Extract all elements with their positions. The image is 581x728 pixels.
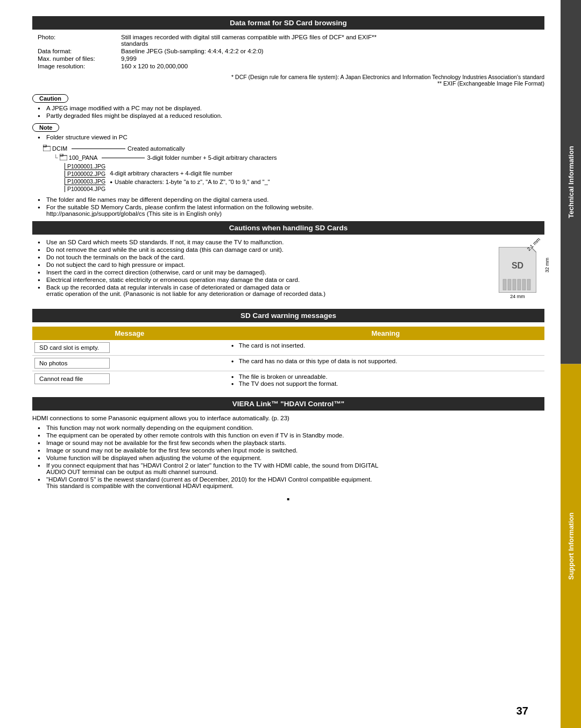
image-res-label: Image resolution: bbox=[38, 63, 121, 69]
file-structure: P1000001.JPG P1000002.JPG P1000003.JPG P… bbox=[65, 163, 544, 192]
col-meaning: Meaning bbox=[227, 327, 544, 340]
sd-card-diagram: 2.1 mm SD bbox=[491, 239, 544, 301]
folder-note-item: For the suitable SD Memory Cards, please… bbox=[38, 204, 544, 217]
file-note2: Usable characters: 1-byte "a to z", "A t… bbox=[115, 179, 270, 185]
bullet-icon: ● bbox=[110, 180, 112, 185]
dcim-note: Created automatically bbox=[127, 145, 185, 152]
footnote1: * DCF (Design rule for camera file syste… bbox=[32, 74, 544, 80]
meaning-cell-1: The card is not inserted. bbox=[227, 340, 544, 356]
svg-rect-4 bbox=[503, 279, 506, 290]
note-section: Note Folder structure viewed in PC bbox=[32, 123, 544, 140]
data-format-row: Data format: Baseline JPEG (Sub-sampling… bbox=[38, 48, 544, 54]
meaning-list-1: The card is not inserted. bbox=[231, 342, 540, 349]
sd-warning-section: SD Card warning messages Message Meaning… bbox=[32, 309, 544, 390]
svg-rect-7 bbox=[518, 279, 521, 290]
viera-item: "HDAVI Control 5" is the newest standard… bbox=[38, 476, 544, 489]
meaning-cell-3: The file is broken or unreadable. The TV… bbox=[227, 371, 544, 390]
sidebar-support-label: Support Information bbox=[561, 364, 581, 729]
handling-item: Use an SD Card which meets SD standards.… bbox=[38, 239, 485, 245]
max-files-row: Max. number of files: 9,999 bbox=[38, 55, 544, 62]
page-number: 37 bbox=[516, 705, 528, 717]
file-item: P1000003.JPG bbox=[65, 178, 105, 185]
file-item: P1000004.JPG bbox=[65, 186, 105, 192]
handling-item: Back up the recorded data at regular int… bbox=[38, 284, 485, 297]
file-notes: 4-digit arbitrary characters + 4-digit f… bbox=[110, 163, 270, 192]
viera-item: This function may not work normally depe… bbox=[38, 425, 544, 431]
warning-row-2: No photos The card has no data or this t… bbox=[32, 356, 544, 371]
photo-row: Photo: Still images recorded with digita… bbox=[38, 34, 544, 47]
max-files-label: Max. number of files: bbox=[38, 55, 121, 62]
cautions-handling-section: Cautions when handling SD Cards Use an S… bbox=[32, 221, 544, 301]
viera-intro: HDMI connections to some Panasonic equip… bbox=[32, 415, 544, 421]
svg-text:SD: SD bbox=[512, 261, 523, 270]
message-box-2: No photos bbox=[34, 358, 110, 369]
cautions-handling-text: Use an SD Card which meets SD standards.… bbox=[32, 239, 485, 301]
file-item: P1000002.JPG bbox=[65, 171, 105, 178]
file-note1: 4-digit arbitrary characters + 4-digit f… bbox=[110, 170, 270, 176]
svg-rect-5 bbox=[508, 279, 511, 290]
meaning-item: The card has no data or this type of dat… bbox=[231, 358, 540, 364]
meaning-item: The card is not inserted. bbox=[231, 342, 540, 349]
message-cell-3: Cannot read file bbox=[32, 371, 227, 390]
meaning-list-3: The file is broken or unreadable. The TV… bbox=[231, 373, 540, 387]
svg-rect-9 bbox=[527, 279, 530, 290]
warning-table-header-row: Message Meaning bbox=[32, 327, 544, 340]
svg-rect-6 bbox=[513, 279, 516, 290]
handling-item: Do not subject the card to high pressure… bbox=[38, 261, 485, 268]
viera-header: VIERA Link™ "HDAVI Control™" bbox=[32, 397, 544, 411]
footnote2: ** EXIF (Exchangeable Image File Format) bbox=[32, 80, 544, 87]
data-format-section: Data format for SD Card browsing Photo: … bbox=[32, 16, 544, 87]
message-box-3: Cannot read file bbox=[34, 373, 110, 384]
cautions-handling-header: Cautions when handling SD Cards bbox=[32, 221, 544, 235]
photo-value: Still images recorded with digital still… bbox=[121, 34, 377, 47]
center-dot: ■ bbox=[32, 497, 544, 501]
pana-note: 3-digit folder number + 5-digit arbitrar… bbox=[147, 154, 277, 161]
folder-icon-dcim bbox=[43, 145, 51, 152]
col-message: Message bbox=[32, 327, 227, 340]
dim-width-label: 24 mm bbox=[510, 294, 525, 299]
data-format-header: Data format for SD Card browsing bbox=[32, 16, 544, 30]
meaning-item: The file is broken or unreadable. bbox=[231, 373, 540, 380]
svg-rect-8 bbox=[522, 279, 526, 290]
max-files-value: 9,999 bbox=[121, 55, 137, 62]
meaning-cell-2: The card has no data or this type of dat… bbox=[227, 356, 544, 371]
sd-card-svg: SD bbox=[499, 247, 536, 293]
handling-item: Insert the card in the correct direction… bbox=[38, 269, 485, 275]
meaning-list-2: The card has no data or this type of dat… bbox=[231, 358, 540, 364]
dcim-label: DCIM bbox=[52, 145, 67, 152]
data-format-label: Data format: bbox=[38, 48, 121, 54]
viera-item: Image or sound may not be available for … bbox=[38, 447, 544, 454]
caution-label: Caution bbox=[32, 94, 68, 103]
file-item: P1000001.JPG bbox=[65, 163, 105, 170]
handling-item: Do not touch the terminals on the back o… bbox=[38, 254, 485, 260]
viera-item: The equipment can be operated by other r… bbox=[38, 432, 544, 439]
note-label: Note bbox=[32, 123, 59, 132]
handling-item: Do not remove the card while the unit is… bbox=[38, 246, 485, 253]
folder-structure: DCIM Created automatically └ 100_PANA 3-… bbox=[43, 145, 544, 192]
cautions-handling-list: Use an SD Card which meets SD standards.… bbox=[38, 239, 485, 297]
pana-label: 100_PANA bbox=[69, 154, 98, 161]
file-note2-container: ● Usable characters: 1-byte "a to z", "A… bbox=[110, 179, 270, 185]
folder-icon-pana bbox=[60, 154, 67, 161]
photo-label: Photo: bbox=[38, 34, 121, 47]
note-list: Folder structure viewed in PC bbox=[38, 134, 544, 140]
right-sidebar: Technical Information Support Informatio… bbox=[561, 0, 581, 728]
viera-section: VIERA Link™ "HDAVI Control™" HDMI connec… bbox=[32, 397, 544, 489]
sidebar-technical-label: Technical Information bbox=[561, 0, 581, 364]
folder-notes-list: The folder and file names may be differe… bbox=[38, 196, 544, 217]
caution-section: Caution A JPEG image modified with a PC … bbox=[32, 94, 544, 119]
dim-height-label: 32 mm bbox=[544, 258, 550, 273]
viera-item: If you connect equipment that has "HDAVI… bbox=[38, 462, 544, 475]
image-res-value: 160 x 120 to 20,000,000 bbox=[121, 63, 188, 69]
handling-item: Electrical interference, static electric… bbox=[38, 277, 485, 283]
meaning-item: The TV does not support the format. bbox=[231, 380, 540, 387]
warning-row-1: SD card slot is empty. The card is not i… bbox=[32, 340, 544, 356]
message-cell-2: No photos bbox=[32, 356, 227, 371]
viera-item: Image or sound may not be available for … bbox=[38, 440, 544, 446]
warning-row-3: Cannot read file The file is broken or u… bbox=[32, 371, 544, 390]
warning-table: Message Meaning SD card slot is empty. T… bbox=[32, 327, 544, 390]
cautions-handling-body: Use an SD Card which meets SD standards.… bbox=[32, 239, 544, 301]
data-format-value: Baseline JPEG (Sub-sampling: 4:4:4, 4:2:… bbox=[121, 48, 264, 54]
file-list: P1000001.JPG P1000002.JPG P1000003.JPG P… bbox=[65, 163, 105, 192]
caution-list: A JPEG image modified with a PC may not … bbox=[38, 105, 544, 119]
